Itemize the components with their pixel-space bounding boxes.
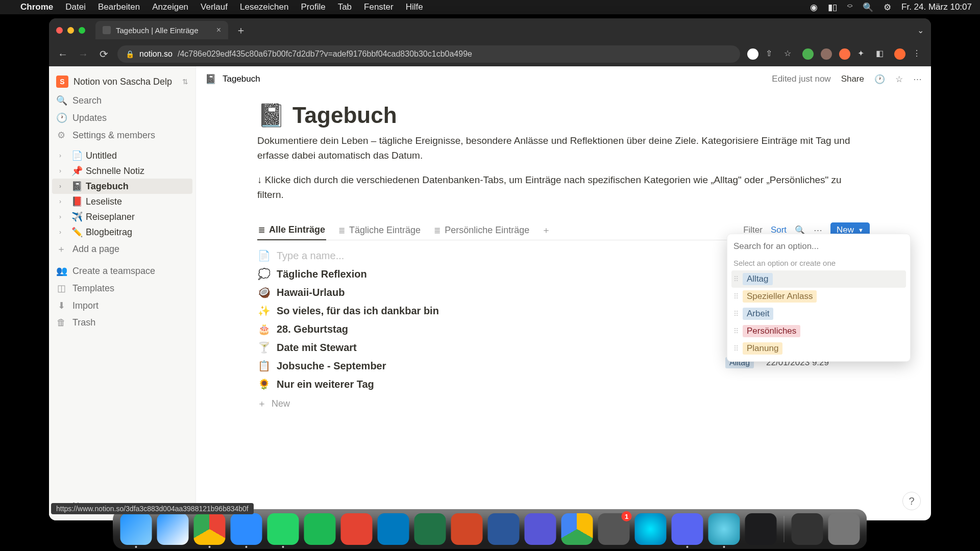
new-row-button[interactable]: ＋ New [257,393,870,414]
control-center-icon[interactable]: ⚙ [884,2,891,13]
history-icon[interactable]: 🕐 [874,74,885,85]
address-bar[interactable]: 🔒 notion.so/4c786e029edf435c80a67b00fc7d… [117,45,740,63]
dropdown-option[interactable]: ⠿Spezieller Anlass [731,288,906,305]
favorite-icon[interactable]: ☆ [895,74,903,85]
dock-app-excel[interactable] [414,513,446,545]
sidebar-updates[interactable]: 🕐Updates [49,109,195,127]
menu-tab[interactable]: Tab [338,2,352,12]
forward-button[interactable]: → [77,48,90,60]
database-tab[interactable]: ≣Alle Einträge [257,220,326,240]
tag-option-pill: Spezieller Anlass [743,290,817,303]
sidebar-import[interactable]: ⬇Import [49,297,195,314]
page-description-1[interactable]: Dokumentiere dein Leben – tägliche Ereig… [257,134,870,163]
google-translate-icon[interactable] [747,48,758,60]
dropdown-option[interactable]: ⠿Planung [731,340,906,357]
dock-app-whatsapp[interactable] [267,513,299,545]
database-tab[interactable]: ≣Persönliche Einträge [433,220,530,240]
add-view-button[interactable]: ＋ [542,224,551,236]
extensions-puzzle-icon[interactable]: ✦ [857,48,869,60]
dock-app-imovie[interactable] [525,513,556,545]
drag-handle-icon[interactable]: ⠿ [733,344,738,353]
spotlight-icon[interactable]: 🔍 [863,2,873,13]
sidebar-page-item[interactable]: ›📄Untitled [52,148,192,163]
sidebar-add-page[interactable]: ＋Add a page [49,240,195,258]
extension-icon-1[interactable] [802,48,814,60]
menubar-clock[interactable]: Fr. 24. März 10:07 [901,2,972,12]
menubar-app[interactable]: Chrome [20,2,53,12]
maximize-window-button[interactable] [79,27,85,34]
help-button[interactable]: ? [902,492,921,510]
dock-app-trello[interactable] [378,513,409,545]
sidebar-page-item[interactable]: ›✈️Reiseplaner [52,209,192,224]
dock-app-powerpoint[interactable] [451,513,483,545]
sidebar-page-item[interactable]: ›📌Schnelle Notiz [52,163,192,179]
sidebar-trash[interactable]: 🗑Trash [49,314,195,331]
reload-button[interactable]: ⟳ [97,48,110,60]
tab-close-icon[interactable]: × [216,26,221,35]
browser-tab[interactable]: Tagebuch | Alle Einträge × [95,21,228,39]
menu-lesezeichen[interactable]: Lesezeichen [240,2,288,12]
dock-app-trash[interactable] [828,513,860,545]
breadcrumb[interactable]: Tagebuch [223,74,260,84]
wifi-icon[interactable]: ⌔ [847,2,852,12]
menu-datei[interactable]: Datei [65,2,86,12]
dock-app-quicktime[interactable] [708,513,740,545]
dock-app-spotify[interactable] [304,513,336,545]
menu-profile[interactable]: Profile [301,2,325,12]
menu-fenster[interactable]: Fenster [364,2,394,12]
dock-app-todoist[interactable] [341,513,373,545]
close-window-button[interactable] [56,27,63,34]
drag-handle-icon[interactable]: ⠿ [733,310,738,318]
dock-app-safari[interactable] [157,513,189,545]
sidebar-templates[interactable]: ◫Templates [49,280,195,297]
dock-app-voice[interactable] [745,513,777,545]
sidepanel-icon[interactable]: ◧ [876,48,887,60]
profile-avatar[interactable] [894,48,905,60]
more-icon[interactable]: ⋯ [913,74,922,85]
dock-app-launchpad[interactable] [792,513,823,545]
drag-handle-icon[interactable]: ⠿ [733,327,738,335]
menu-anzeigen[interactable]: Anzeigen [152,2,188,12]
sidebar-teamspace[interactable]: 👥Create a teamspace [49,262,195,280]
database-tab[interactable]: ≣Tägliche Einträge [337,220,422,240]
sidebar-page-item[interactable]: ›📕Leseliste [52,194,192,209]
entry-row[interactable]: 🌻Nur ein weiterer Tag [257,375,870,393]
dock-app-discord[interactable] [672,513,703,545]
dock-app-finder[interactable] [120,513,152,545]
dock-app-chrome[interactable] [194,513,226,545]
menu-hilfe[interactable]: Hilfe [406,2,423,12]
tag-search-input[interactable] [731,238,906,255]
page-emoji[interactable]: 📓 [257,102,285,129]
tab-overflow-icon[interactable]: ⌄ [917,26,924,35]
dock-app-zoom[interactable] [231,513,262,545]
drag-handle-icon[interactable]: ⠿ [733,275,738,283]
dock-app-siri[interactable] [635,513,667,545]
menu-verlauf[interactable]: Verlauf [201,2,228,12]
share-icon[interactable]: ⇧ [766,48,777,60]
menu-bearbeiten[interactable]: Bearbeiten [98,2,140,12]
extension-icon-3[interactable] [839,48,850,60]
drag-handle-icon[interactable]: ⠿ [733,292,738,300]
dropdown-option[interactable]: ⠿Arbeit [731,305,906,322]
dock-app-settings[interactable]: 1 [598,513,630,545]
dock-app-drive[interactable] [561,513,593,545]
dropdown-option[interactable]: ⠿Persönliches [731,322,906,340]
record-icon[interactable]: ◉ [810,2,818,13]
minimize-window-button[interactable] [67,27,74,34]
bookmark-icon[interactable]: ☆ [784,48,795,60]
page-description-2[interactable]: ↓ Klicke dich durch die verschiedenen Da… [257,173,870,202]
extension-icon-2[interactable] [821,48,832,60]
chrome-menu-icon[interactable]: ⋮ [913,48,924,60]
new-tab-button[interactable]: ＋ [233,22,249,38]
sidebar-search[interactable]: 🔍Search [49,92,195,109]
share-button[interactable]: Share [841,74,864,84]
back-button[interactable]: ← [56,48,69,60]
page-title[interactable]: Tagebuch [292,103,397,128]
sidebar-page-item[interactable]: ›📓Tagebuch [52,179,192,194]
workspace-switcher[interactable]: S Notion von Sascha Delp ⇅ [49,71,195,92]
battery-icon[interactable]: ▮▯ [828,2,837,13]
sidebar-page-item[interactable]: ›✏️Blogbeitrag [52,224,192,240]
dock-app-word[interactable] [488,513,520,545]
sidebar-settings[interactable]: ⚙Settings & members [49,127,195,144]
dropdown-option[interactable]: ⠿Alltag [731,270,906,288]
